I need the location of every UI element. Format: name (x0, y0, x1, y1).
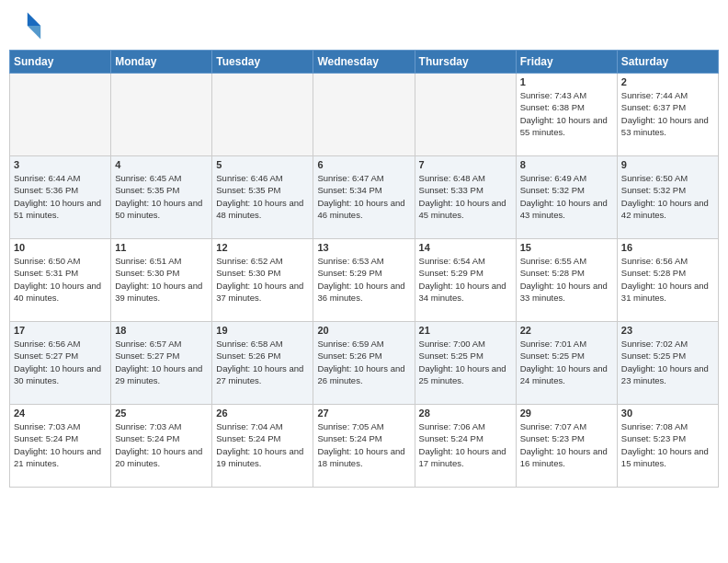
cell-info: Sunrise: 6:49 AMSunset: 5:32 PMDaylight:… (520, 172, 613, 221)
calendar-cell: 19Sunrise: 6:58 AMSunset: 5:26 PMDayligh… (212, 322, 313, 405)
calendar-cell: 8Sunrise: 6:49 AMSunset: 5:32 PMDaylight… (516, 156, 617, 239)
day-number: 14 (419, 242, 512, 253)
day-number: 2 (621, 76, 714, 87)
logo-icon (9, 9, 42, 42)
cell-info: Sunrise: 6:58 AMSunset: 5:26 PMDaylight:… (216, 338, 309, 386)
day-number: 3 (14, 159, 107, 170)
calendar-cell: 24Sunrise: 7:03 AMSunset: 5:24 PMDayligh… (10, 405, 111, 488)
cell-info: Sunrise: 7:44 AMSunset: 6:37 PMDaylight:… (621, 89, 714, 138)
calendar-cell: 15Sunrise: 6:55 AMSunset: 5:28 PMDayligh… (516, 239, 617, 322)
day-header-friday: Friday (516, 51, 617, 74)
day-header-thursday: Thursday (415, 51, 516, 74)
calendar-table: SundayMondayTuesdayWednesdayThursdayFrid… (9, 50, 719, 488)
calendar-cell: 22Sunrise: 7:01 AMSunset: 5:25 PMDayligh… (516, 322, 617, 405)
calendar-cell: 12Sunrise: 6:52 AMSunset: 5:30 PMDayligh… (212, 239, 313, 322)
day-number: 6 (317, 159, 410, 170)
cell-info: Sunrise: 7:06 AMSunset: 5:24 PMDaylight:… (419, 420, 512, 469)
cell-info: Sunrise: 6:47 AMSunset: 5:34 PMDaylight:… (317, 172, 410, 221)
cell-info: Sunrise: 6:53 AMSunset: 5:29 PMDaylight:… (317, 255, 410, 304)
day-number: 11 (115, 242, 208, 253)
calendar-cell (111, 74, 212, 156)
day-number: 29 (520, 408, 613, 419)
day-number: 13 (317, 242, 410, 253)
calendar-cell: 13Sunrise: 6:53 AMSunset: 5:29 PMDayligh… (313, 239, 415, 322)
day-number: 22 (520, 325, 613, 336)
calendar-cell: 18Sunrise: 6:57 AMSunset: 5:27 PMDayligh… (111, 322, 212, 405)
day-number: 18 (115, 325, 208, 336)
calendar-cell: 28Sunrise: 7:06 AMSunset: 5:24 PMDayligh… (415, 405, 516, 488)
calendar-cell: 25Sunrise: 7:03 AMSunset: 5:24 PMDayligh… (111, 405, 212, 488)
day-number: 15 (520, 242, 613, 253)
cell-info: Sunrise: 7:04 AMSunset: 5:24 PMDaylight:… (216, 420, 309, 469)
calendar-cell: 7Sunrise: 6:48 AMSunset: 5:33 PMDaylight… (415, 156, 516, 239)
calendar-cell: 1Sunrise: 7:43 AMSunset: 6:38 PMDaylight… (516, 74, 617, 156)
calendar-cell (212, 74, 313, 156)
cell-info: Sunrise: 6:56 AMSunset: 5:28 PMDaylight:… (621, 255, 714, 304)
cell-info: Sunrise: 6:45 AMSunset: 5:35 PMDaylight:… (115, 172, 208, 221)
cell-info: Sunrise: 6:46 AMSunset: 5:35 PMDaylight:… (216, 172, 309, 221)
calendar-week-0: 1Sunrise: 7:43 AMSunset: 6:38 PMDaylight… (10, 74, 719, 156)
calendar-cell (415, 74, 516, 156)
day-header-sunday: Sunday (10, 51, 111, 74)
day-number: 17 (14, 325, 107, 336)
logo (9, 9, 46, 42)
cell-info: Sunrise: 7:00 AMSunset: 5:25 PMDaylight:… (419, 338, 512, 386)
cell-info: Sunrise: 7:43 AMSunset: 6:38 PMDaylight:… (520, 89, 613, 138)
calendar-header-row: SundayMondayTuesdayWednesdayThursdayFrid… (10, 51, 719, 74)
calendar-cell: 10Sunrise: 6:50 AMSunset: 5:31 PMDayligh… (10, 239, 111, 322)
day-number: 1 (520, 76, 613, 87)
day-number: 8 (520, 159, 613, 170)
calendar-cell (313, 74, 415, 156)
cell-info: Sunrise: 6:57 AMSunset: 5:27 PMDaylight:… (115, 338, 208, 386)
calendar-cell: 30Sunrise: 7:08 AMSunset: 5:23 PMDayligh… (617, 405, 718, 488)
cell-info: Sunrise: 6:56 AMSunset: 5:27 PMDaylight:… (14, 338, 107, 386)
calendar-cell: 5Sunrise: 6:46 AMSunset: 5:35 PMDaylight… (212, 156, 313, 239)
cell-info: Sunrise: 6:59 AMSunset: 5:26 PMDaylight:… (317, 338, 410, 386)
day-header-tuesday: Tuesday (212, 51, 313, 74)
day-number: 28 (419, 408, 512, 419)
page-header (9, 9, 719, 42)
calendar-cell: 2Sunrise: 7:44 AMSunset: 6:37 PMDaylight… (617, 74, 718, 156)
day-header-monday: Monday (111, 51, 212, 74)
calendar-cell: 11Sunrise: 6:51 AMSunset: 5:30 PMDayligh… (111, 239, 212, 322)
calendar-cell: 17Sunrise: 6:56 AMSunset: 5:27 PMDayligh… (10, 322, 111, 405)
calendar-week-1: 3Sunrise: 6:44 AMSunset: 5:36 PMDaylight… (10, 156, 719, 239)
cell-info: Sunrise: 7:08 AMSunset: 5:23 PMDaylight:… (621, 420, 714, 469)
calendar-week-3: 17Sunrise: 6:56 AMSunset: 5:27 PMDayligh… (10, 322, 719, 405)
day-number: 26 (216, 408, 309, 419)
day-number: 5 (216, 159, 309, 170)
day-number: 24 (14, 408, 107, 419)
cell-info: Sunrise: 7:03 AMSunset: 5:24 PMDaylight:… (14, 420, 107, 469)
day-number: 12 (216, 242, 309, 253)
cell-info: Sunrise: 7:05 AMSunset: 5:24 PMDaylight:… (317, 420, 410, 469)
calendar-cell: 20Sunrise: 6:59 AMSunset: 5:26 PMDayligh… (313, 322, 415, 405)
calendar-cell: 16Sunrise: 6:56 AMSunset: 5:28 PMDayligh… (617, 239, 718, 322)
calendar-cell: 26Sunrise: 7:04 AMSunset: 5:24 PMDayligh… (212, 405, 313, 488)
calendar-cell: 23Sunrise: 7:02 AMSunset: 5:25 PMDayligh… (617, 322, 718, 405)
calendar-cell: 3Sunrise: 6:44 AMSunset: 5:36 PMDaylight… (10, 156, 111, 239)
cell-info: Sunrise: 6:52 AMSunset: 5:30 PMDaylight:… (216, 255, 309, 304)
calendar-week-2: 10Sunrise: 6:50 AMSunset: 5:31 PMDayligh… (10, 239, 719, 322)
calendar-cell: 21Sunrise: 7:00 AMSunset: 5:25 PMDayligh… (415, 322, 516, 405)
calendar-cell: 14Sunrise: 6:54 AMSunset: 5:29 PMDayligh… (415, 239, 516, 322)
cell-info: Sunrise: 6:50 AMSunset: 5:31 PMDaylight:… (14, 255, 107, 304)
day-number: 27 (317, 408, 410, 419)
cell-info: Sunrise: 7:02 AMSunset: 5:25 PMDaylight:… (621, 338, 714, 386)
calendar-cell: 6Sunrise: 6:47 AMSunset: 5:34 PMDaylight… (313, 156, 415, 239)
day-number: 23 (621, 325, 714, 336)
cell-info: Sunrise: 6:50 AMSunset: 5:32 PMDaylight:… (621, 172, 714, 221)
cell-info: Sunrise: 7:01 AMSunset: 5:25 PMDaylight:… (520, 338, 613, 386)
cell-info: Sunrise: 6:51 AMSunset: 5:30 PMDaylight:… (115, 255, 208, 304)
day-number: 10 (14, 242, 107, 253)
day-number: 21 (419, 325, 512, 336)
cell-info: Sunrise: 6:44 AMSunset: 5:36 PMDaylight:… (14, 172, 107, 221)
cell-info: Sunrise: 6:48 AMSunset: 5:33 PMDaylight:… (419, 172, 512, 221)
day-number: 9 (621, 159, 714, 170)
cell-info: Sunrise: 6:54 AMSunset: 5:29 PMDaylight:… (419, 255, 512, 304)
day-header-saturday: Saturday (617, 51, 718, 74)
day-number: 20 (317, 325, 410, 336)
calendar-cell: 27Sunrise: 7:05 AMSunset: 5:24 PMDayligh… (313, 405, 415, 488)
day-number: 19 (216, 325, 309, 336)
day-number: 30 (621, 408, 714, 419)
cell-info: Sunrise: 6:55 AMSunset: 5:28 PMDaylight:… (520, 255, 613, 304)
